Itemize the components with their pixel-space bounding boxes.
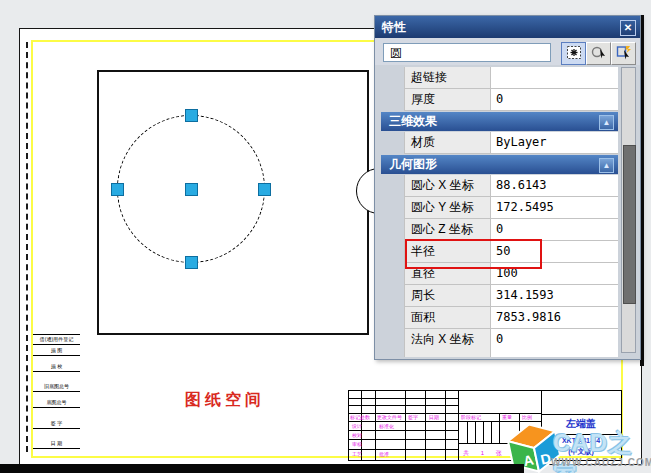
border-field: 签 字 <box>33 419 80 429</box>
property-row: 周长 314.1593 <box>404 285 618 307</box>
watermark-site: WWW.CADZJ.COM <box>551 457 651 468</box>
property-row: 圆心 Y 坐标 172.5495 <box>404 197 618 219</box>
palette-title: 特性 <box>382 20 406 34</box>
plot-margin-dashed-line <box>26 42 28 452</box>
property-row: 圆心 X 坐标 88.6143 <box>404 175 618 197</box>
pickadd-toggle-button[interactable] <box>561 42 586 65</box>
property-label: 圆心 Z 坐标 <box>405 219 491 240</box>
tb-header-mark: 标记处数 <box>350 414 370 420</box>
tb-role-craft: 工艺 <box>352 451 362 457</box>
tb-header-change: 更改文件号 <box>377 414 402 420</box>
grip-handle-east[interactable] <box>258 183 271 196</box>
property-value[interactable]: 0 <box>491 329 618 357</box>
property-label: 材质 <box>405 132 491 153</box>
tb-role-design: 设计 <box>352 423 362 429</box>
property-value[interactable]: 7853.9816 <box>491 307 618 328</box>
property-row: 超链接 <box>404 67 618 89</box>
object-type-value: 圆 <box>390 46 402 60</box>
section-header-geometry[interactable]: 几何图形 ▲ <box>381 155 618 174</box>
pickadd-icon <box>566 45 582 60</box>
property-label: 厚度 <box>405 89 491 110</box>
object-type-dropdown[interactable]: 圆 ▼ <box>383 43 551 62</box>
radius-highlight-box <box>405 239 542 269</box>
tb-role-audit: 审核 <box>352 441 362 447</box>
property-value[interactable]: 0 <box>491 89 618 110</box>
property-row: 圆心 Z 坐标 0 <box>404 219 618 241</box>
section-title: 几何图形 <box>389 157 437 171</box>
property-label: 法向 X 坐标 <box>405 329 491 357</box>
section-title: 三维效果 <box>389 114 437 128</box>
grip-handle-north[interactable] <box>185 109 198 122</box>
scrollbar-thumb[interactable] <box>623 145 636 304</box>
tb-header-sign: 签字 <box>408 414 418 420</box>
property-value[interactable] <box>491 67 618 88</box>
quick-select-button[interactable] <box>611 42 636 65</box>
tb-scale-label: 比例 <box>522 414 532 420</box>
palette-scrollbar[interactable] <box>621 67 636 353</box>
property-row: 面积 7853.9816 <box>404 307 618 329</box>
property-label: 超链接 <box>405 67 491 88</box>
border-field: 日 期 <box>33 439 80 449</box>
property-row: 材质 ByLayer <box>404 132 618 154</box>
tb-weight-label: 重量 <box>502 414 512 420</box>
palette-titlebar[interactable]: 特性 <box>375 16 640 38</box>
tb-header-date: 日期 <box>429 414 439 420</box>
grip-handle-south[interactable] <box>185 256 198 269</box>
section-header-3d[interactable]: 三维效果 ▲ <box>381 112 618 131</box>
property-value[interactable]: ByLayer <box>491 132 618 153</box>
border-field: 底图总号 <box>33 398 80 408</box>
bottom-edge-bar <box>0 464 524 473</box>
property-label: 圆心 Y 坐标 <box>405 197 491 218</box>
tb-approve: 批准 <box>379 451 389 457</box>
quick-select-icon <box>616 45 632 60</box>
property-value[interactable]: 314.1593 <box>491 285 618 306</box>
property-value[interactable]: 0 <box>491 219 618 240</box>
property-value[interactable]: 172.5495 <box>491 197 618 218</box>
tb-role-check: 校对 <box>352 432 362 438</box>
border-field: 描 图 <box>33 346 80 356</box>
property-row: 厚度 0 <box>404 89 618 111</box>
collapse-icon[interactable]: ▲ <box>599 158 614 173</box>
paper-space-label: 图纸空间 <box>185 390 265 411</box>
tb-stage-label: 阶段标记 <box>461 414 481 420</box>
property-label: 圆心 X 坐标 <box>405 175 491 196</box>
border-field: 旧底图总号 <box>33 382 80 392</box>
properties-palette: 特性 ✕ 圆 ▼ 超链接 厚度 0 <box>374 15 641 360</box>
property-value[interactable]: 88.6143 <box>491 175 618 196</box>
property-label: 周长 <box>405 285 491 306</box>
select-objects-button[interactable] <box>586 42 611 65</box>
property-row: 法向 X 坐标 0 <box>404 329 618 357</box>
property-label: 面积 <box>405 307 491 328</box>
close-icon[interactable]: ✕ <box>620 20 636 36</box>
border-field: 借(通)用件登记 <box>33 334 80 345</box>
grip-handle-center[interactable] <box>185 183 198 196</box>
tb-standardize: 标准化 <box>379 423 394 429</box>
select-objects-icon <box>591 45 607 60</box>
grip-handle-west[interactable] <box>111 183 124 196</box>
collapse-icon[interactable]: ▲ <box>599 115 614 130</box>
border-field: 描 校 <box>33 362 80 372</box>
